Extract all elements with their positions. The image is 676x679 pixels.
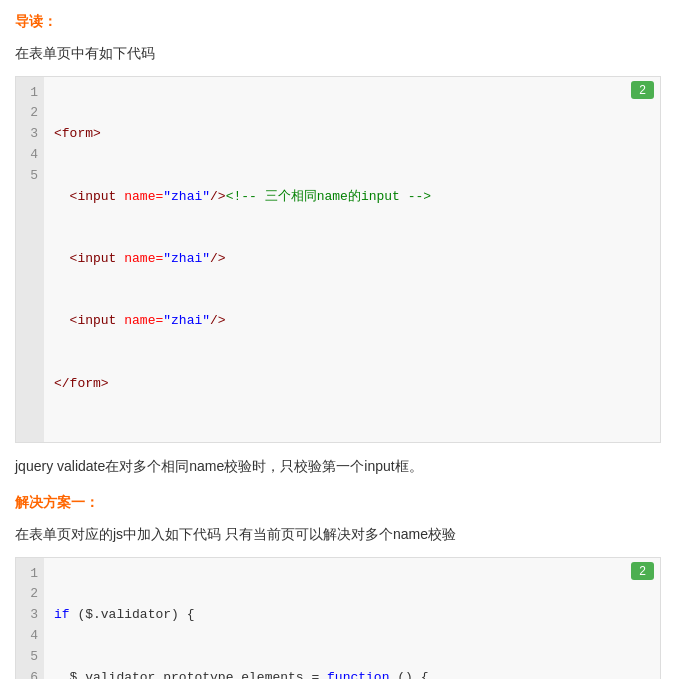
line-numbers-2: 1 2 3 4 5 6 7 8 9 10 11 12 13 14 15 16 1 bbox=[16, 558, 44, 679]
summary-text: jquery validate在对多个相同name校验时，只校验第一个input… bbox=[15, 455, 661, 479]
guide-label: 导读： bbox=[15, 10, 661, 34]
code-block-1: 2 1 2 3 4 5 <form> <input name="zhai"/><… bbox=[15, 76, 661, 444]
code-block-2: 2 1 2 3 4 5 6 7 8 9 10 11 12 13 14 bbox=[15, 557, 661, 679]
intro-text: 在表单页中有如下代码 bbox=[15, 42, 661, 66]
solution1-desc: 在表单页对应的js中加入如下代码 只有当前页可以解决对多个name校验 bbox=[15, 523, 661, 547]
page-container: 导读： 在表单页中有如下代码 2 1 2 3 4 5 <form> <input… bbox=[15, 10, 661, 679]
copy-button-1[interactable]: 2 bbox=[631, 81, 654, 99]
line-numbers-1: 1 2 3 4 5 bbox=[16, 77, 44, 443]
copy-button-2[interactable]: 2 bbox=[631, 562, 654, 580]
code-content-2: if ($.validator) { $.validator.prototype… bbox=[44, 558, 602, 679]
solution1-title: 解决方案一： bbox=[15, 491, 661, 515]
code-block-2-wrapper: 2 1 2 3 4 5 6 7 8 9 10 11 12 13 14 bbox=[15, 557, 661, 679]
code-content-1: <form> <input name="zhai"/><!-- 三个相同name… bbox=[44, 77, 441, 443]
